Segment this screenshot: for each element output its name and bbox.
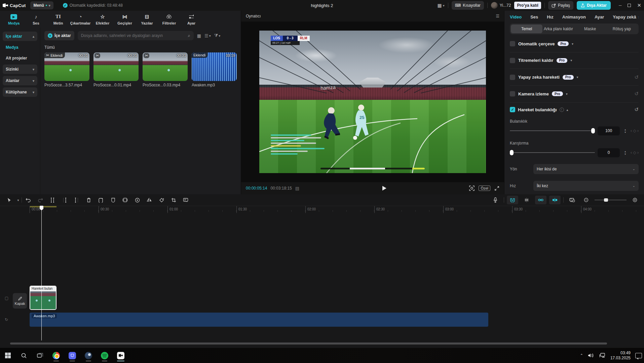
- select-tool[interactable]: [3, 196, 15, 204]
- ribbon-tab-captions[interactable]: ⊟ Yazılar: [137, 13, 157, 25]
- timeline-zoom-slider[interactable]: [595, 198, 627, 202]
- record-tool[interactable]: [131, 196, 143, 204]
- select-tool-dropdown[interactable]: ▾: [15, 196, 21, 204]
- account-button[interactable]: Yi...72: [491, 2, 511, 9]
- chevron-down-icon[interactable]: ▾: [566, 92, 568, 96]
- checkbox[interactable]: [510, 41, 515, 46]
- start-button[interactable]: [2, 349, 13, 362]
- media-item[interactable]: ✂ 00:31 ProSocce...0.01.mp4: [93, 52, 139, 87]
- sort-icon[interactable]: ☰▾: [204, 33, 211, 38]
- ribbon-tab-transitions[interactable]: ⋈ Geçişler: [114, 13, 135, 25]
- cover-button[interactable]: Kapak: [13, 293, 27, 309]
- frames-icon[interactable]: ▤: [295, 186, 299, 191]
- voiceover-mic-icon[interactable]: [490, 196, 501, 204]
- checkbox[interactable]: [510, 75, 515, 80]
- trim-right-tool[interactable]: [71, 196, 82, 204]
- ribbon-tab-media[interactable]: ▶ Medya: [3, 13, 24, 25]
- trim-left-tool[interactable]: [59, 196, 70, 204]
- ribbon-tab-filters[interactable]: Filtreler: [159, 13, 180, 25]
- tab-audio[interactable]: Ses: [530, 14, 538, 19]
- ai-mask-tool[interactable]: [95, 196, 107, 204]
- workspace-layout-icon[interactable]: ▦ ▾: [438, 3, 445, 8]
- checkbox[interactable]: [510, 91, 515, 96]
- auto-snap-icon[interactable]: [521, 196, 532, 204]
- import-button[interactable]: + İçe aktar: [44, 31, 74, 40]
- undo-button[interactable]: [23, 196, 34, 204]
- video-clip[interactable]: Hareket bulan: [30, 286, 56, 310]
- link-clips-toggle[interactable]: [535, 196, 546, 204]
- mirror-tool[interactable]: [144, 196, 155, 204]
- zoom-out-button[interactable]: [580, 196, 592, 204]
- subtab-retouch[interactable]: Rötuş yap: [606, 25, 638, 33]
- export-button[interactable]: Dışa Aktar: [577, 1, 611, 10]
- taskbar-capcut[interactable]: [115, 349, 126, 362]
- tab-speed[interactable]: Hız: [547, 14, 554, 19]
- sidebar-item-library[interactable]: Kütüphane ▾: [3, 87, 37, 97]
- playhead[interactable]: [41, 206, 42, 340]
- chevron-down-icon[interactable]: ▾: [572, 42, 573, 46]
- tray-expand-icon[interactable]: ⌃: [580, 353, 583, 358]
- subtab-basic[interactable]: Temel: [511, 25, 542, 33]
- ribbon-tab-audio[interactable]: ♪ Ses: [26, 13, 46, 25]
- checkbox-checked[interactable]: ✓: [510, 107, 515, 112]
- tab-ai[interactable]: Yapay zekâ: [613, 14, 636, 19]
- chevron-down-icon[interactable]: ▾: [577, 75, 578, 79]
- blend-stepper[interactable]: ▲▼: [622, 148, 628, 157]
- freeze-frame-tool[interactable]: [119, 196, 131, 204]
- magnet-snap-toggle[interactable]: [507, 196, 518, 204]
- keyframe-nav[interactable]: ‹ ◇ ›: [631, 128, 639, 133]
- tab-video[interactable]: Video: [510, 14, 522, 19]
- maximize-button[interactable]: [628, 4, 631, 7]
- checkbox[interactable]: [510, 58, 515, 63]
- minimize-button[interactable]: ─: [619, 3, 622, 8]
- media-item[interactable]: Eklendi 03:19 Awaken.mp3: [192, 52, 237, 87]
- rotate-tool[interactable]: [156, 196, 167, 204]
- blend-slider[interactable]: [510, 150, 595, 155]
- media-item[interactable]: ✂ 00:31 ProSocce...0.03.mp4: [143, 52, 188, 87]
- audio-clip[interactable]: Awaken.mp3: [30, 313, 488, 327]
- split-tool[interactable]: [47, 196, 58, 204]
- taskbar-chrome[interactable]: [50, 349, 62, 362]
- sidebar-item-media[interactable]: Medya: [3, 43, 37, 52]
- reset-icon[interactable]: ↺: [634, 74, 639, 80]
- blur-stepper[interactable]: ▲▼: [622, 126, 628, 135]
- ribbon-tab-effects[interactable]: ☆ Efektler: [92, 13, 113, 25]
- zoom-in-button[interactable]: [629, 196, 641, 204]
- video-track-icon[interactable]: ▢: [5, 296, 8, 300]
- ribbon-tab-text[interactable]: TI Metin: [48, 13, 69, 25]
- play-button[interactable]: [382, 186, 386, 191]
- horizontal-scrollbar[interactable]: [10, 342, 607, 345]
- media-search[interactable]: ⌕: [78, 31, 194, 40]
- tab-animation[interactable]: Animasyon: [562, 14, 586, 19]
- direction-dropdown[interactable]: Her ikisi de ⌄: [533, 164, 639, 174]
- taskbar-spotify[interactable]: [99, 349, 110, 362]
- timeline-view-icon[interactable]: [566, 196, 578, 204]
- player-menu-icon[interactable]: ☰: [496, 14, 499, 18]
- sidebar-item-import[interactable]: İçe aktar ▴: [3, 32, 37, 41]
- taskbar-search-button[interactable]: [18, 349, 30, 362]
- sidebar-item-spaces[interactable]: Alanlar ▾: [3, 76, 37, 85]
- ribbon-tab-adjust[interactable]: Ayar: [181, 13, 202, 25]
- task-view-button[interactable]: [34, 349, 46, 362]
- chevron-down-icon[interactable]: ▾: [570, 58, 572, 62]
- media-item[interactable]: ✂ Eklendi 00:31 ProSocce...3.57.mp4: [44, 52, 89, 87]
- extract-audio-tool[interactable]: [180, 196, 191, 204]
- share-button[interactable]: Paylaş: [548, 1, 573, 10]
- crop-tool[interactable]: [168, 196, 179, 204]
- reset-icon[interactable]: ↺: [634, 107, 639, 113]
- split-preview-toggle[interactable]: [549, 196, 561, 204]
- ribbon-tab-stickers[interactable]: ◔ Çıkartmalar: [70, 13, 91, 25]
- chevron-up-icon[interactable]: ▴: [567, 108, 568, 112]
- blur-value[interactable]: 100: [598, 126, 620, 135]
- join-pro-button[interactable]: Pro'ya katıl: [514, 2, 541, 9]
- keyframe-nav[interactable]: ‹ ◇ ›: [631, 150, 639, 155]
- timeline-ruler[interactable]: 00:00 00:30 01:00 01:30 02:00 02:30 03:0…: [0, 206, 644, 213]
- taskbar-steam[interactable]: [83, 349, 94, 362]
- tab-adjust[interactable]: Ayar: [595, 14, 604, 19]
- sidebar-item-subprojects[interactable]: Alt projeler: [3, 54, 37, 63]
- player-stage[interactable]: LOS 0 - 3 RLM 95:27 | 1st Half hamza: [241, 22, 504, 182]
- subtab-remove-bg[interactable]: Arka planı kaldır: [542, 25, 574, 33]
- audio-track-icon[interactable]: ↻: [5, 317, 8, 322]
- search-input[interactable]: [81, 33, 186, 38]
- notification-center-icon[interactable]: [635, 353, 642, 358]
